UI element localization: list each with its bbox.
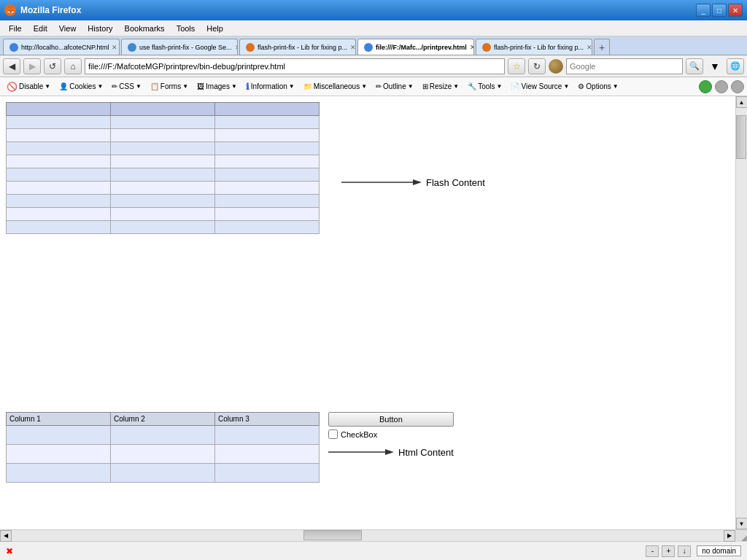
dev-images[interactable]: 🖼 Images▼ (193, 81, 241, 92)
minimize-button[interactable]: _ (696, 4, 711, 17)
dev-tools-label: Tools (478, 82, 495, 90)
html-col3-header: Column 3 (215, 413, 320, 426)
menu-history[interactable]: History (82, 23, 118, 34)
url-input[interactable] (85, 58, 505, 74)
html-section: Column 1 Column 2 Column 3 (0, 406, 735, 489)
html-arrow-svg (328, 445, 394, 459)
menu-file[interactable]: File (3, 23, 28, 34)
flash-content-label-area: Flash Content (341, 175, 485, 190)
vertical-scrollbar[interactable]: ▲ ▼ (735, 96, 747, 529)
h-scroll-left-button[interactable]: ◀ (0, 530, 12, 542)
status-x-icon[interactable]: ✖ (6, 546, 13, 556)
html-content-label: Html Content (398, 447, 454, 458)
tab-2[interactable]: flash-print-fix - Lib for fixing p... ✕ (239, 39, 356, 55)
cookies-icon: 👤 (59, 82, 68, 90)
h-scroll-track[interactable] (12, 530, 724, 541)
close-button[interactable]: ✕ (728, 4, 743, 17)
flash-col2-header (111, 103, 215, 116)
dev-forms[interactable]: 📋 Forms▼ (147, 81, 192, 92)
tab-1[interactable]: use flash-print-fix - Google Se... ✕ (121, 39, 238, 55)
h-scroll-thumb[interactable] (303, 530, 362, 540)
menu-view[interactable]: View (53, 23, 82, 34)
tabs-bar: http://localho...afcoteCNP.html ✕ use fl… (0, 36, 747, 55)
checkbox-text: CheckBox (341, 430, 377, 439)
search-input[interactable] (566, 58, 683, 74)
reload-button[interactable]: ↺ (44, 58, 61, 74)
dev-outline[interactable]: ✏ Outline▼ (372, 81, 417, 92)
dev-css[interactable]: ✏ CSS▼ (108, 81, 144, 92)
menu-tools[interactable]: Tools (171, 23, 201, 34)
spacer (0, 240, 735, 400)
tab-3-close[interactable]: ✕ (470, 44, 474, 51)
new-tab-button[interactable]: + (594, 39, 610, 55)
resize-grip (735, 530, 747, 542)
zoom-down-button[interactable]: ↓ (678, 545, 691, 557)
dev-tools[interactable]: 🔧 Tools▼ (464, 81, 506, 92)
dev-green-btn[interactable] (699, 80, 712, 93)
dev-information[interactable]: ℹ Information▼ (242, 80, 298, 93)
h-scroll-right-button[interactable]: ▶ (724, 530, 735, 542)
menu-help[interactable]: Help (201, 23, 229, 34)
flash-col3-header (215, 103, 320, 116)
dev-options[interactable]: ⚙ Options▼ (574, 81, 622, 92)
extension-button[interactable]: 🌐 (727, 58, 744, 74)
scroll-down-button[interactable]: ▼ (736, 518, 748, 529)
content-area[interactable]: Flash Content Column 1 Column 2 Column 3 (0, 96, 735, 529)
tab-1-close[interactable]: ✕ (235, 44, 238, 51)
dev-gray-btn1[interactable] (715, 80, 728, 93)
table-row (7, 155, 320, 168)
checkbox-input[interactable] (328, 429, 338, 439)
search-button[interactable]: 🔍 (686, 58, 703, 74)
nav-bar: ◀ ▶ ↺ ⌂ ☆ ↻ 🔍 ▼ 🌐 (0, 55, 747, 77)
flash-content-label: Flash Content (426, 177, 485, 188)
horizontal-scrollbar[interactable]: ◀ ▶ (0, 529, 747, 541)
menu-bookmarks[interactable]: Bookmarks (119, 23, 171, 34)
tab-4-close[interactable]: ✕ (587, 44, 592, 51)
tab-0-close[interactable]: ✕ (112, 44, 117, 51)
home-button[interactable]: ⌂ (64, 58, 82, 74)
search-engine-icon[interactable] (549, 59, 563, 74)
misc-icon: 📁 (303, 82, 312, 90)
tab-0[interactable]: http://localho...afcoteCNP.html ✕ (3, 39, 120, 55)
svg-marker-3 (385, 449, 394, 455)
zoom-plus-button[interactable]: + (662, 545, 675, 557)
menu-edit[interactable]: Edit (28, 23, 53, 34)
dev-info-label: Information (251, 82, 287, 90)
html-col1-header: Column 1 (7, 413, 111, 426)
zoom-minus-button[interactable]: - (646, 545, 659, 557)
tab-2-icon (246, 43, 255, 52)
maximize-button[interactable]: □ (712, 4, 727, 17)
dev-toolbar: 🚫 Disable▼ 👤 Cookies▼ ✏ CSS▼ 📋 Forms▼ 🖼 … (0, 77, 747, 96)
scroll-thumb[interactable] (736, 115, 746, 159)
html-button[interactable]: Button (328, 412, 454, 427)
title-bar-left: 🦊 Mozilla Firefox (4, 4, 81, 16)
tab-3[interactable]: file:///F:/Mafc.../printprev.html ✕ (357, 39, 474, 55)
dev-forms-label: Forms (160, 82, 181, 90)
table-row (7, 168, 320, 182)
window-controls: _ □ ✕ (696, 4, 743, 17)
dev-gray-btn2[interactable] (731, 80, 744, 93)
checkbox-label[interactable]: CheckBox (328, 429, 454, 439)
tab-0-icon (9, 43, 18, 52)
scroll-track[interactable] (736, 108, 747, 518)
images-icon: 🖼 (197, 82, 204, 90)
dev-misc[interactable]: 📁 Miscellaneous▼ (300, 81, 371, 92)
bookmark-star[interactable]: ☆ (508, 58, 525, 74)
dev-view-source[interactable]: 📄 View Source▼ (507, 81, 573, 92)
table-row (7, 116, 320, 129)
back-button[interactable]: ◀ (3, 58, 20, 74)
forward-button[interactable]: ▶ (23, 58, 41, 74)
scroll-up-button[interactable]: ▲ (736, 96, 748, 108)
dev-cookies[interactable]: 👤 Cookies▼ (55, 81, 107, 92)
window-title: Mozilla Firefox (20, 5, 81, 15)
dev-disable[interactable]: 🚫 Disable▼ (3, 80, 54, 93)
refresh-button[interactable]: ↻ (528, 58, 546, 74)
dev-resize[interactable]: ⊞ Resize▼ (419, 81, 463, 92)
search-options-button[interactable]: ▼ (706, 58, 724, 74)
main-area: Flash Content Column 1 Column 2 Column 3 (0, 96, 747, 529)
zoom-controls: - + ↓ (646, 545, 691, 557)
info-icon: ℹ (246, 82, 249, 92)
tab-4[interactable]: flash-print-fix - Lib for fixing p... ✕ (476, 39, 592, 55)
tab-2-close[interactable]: ✕ (350, 44, 356, 51)
domain-box: no domain (697, 545, 741, 556)
